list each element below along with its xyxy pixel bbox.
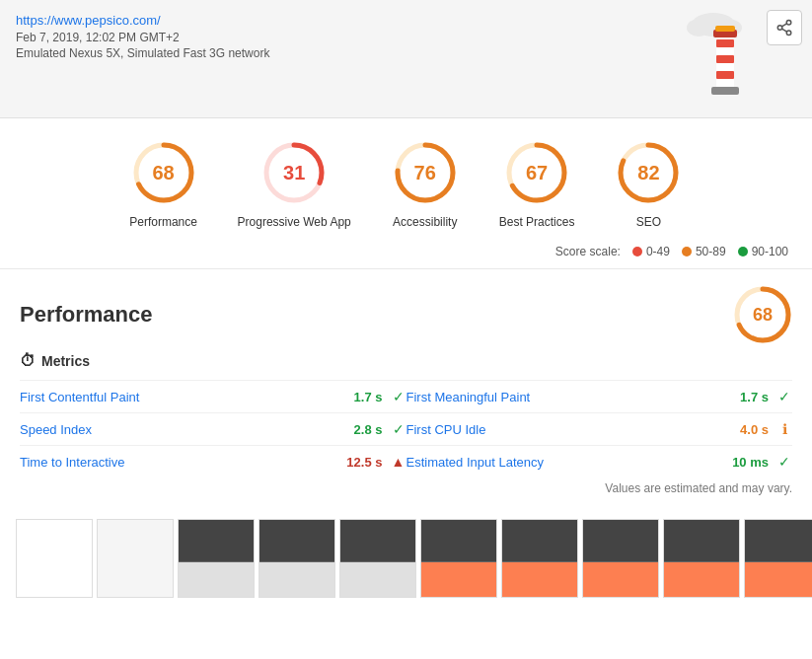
svg-rect-4: [716, 39, 734, 47]
thumbnail[interactable]: [258, 519, 335, 598]
metric-value: 10 ms: [732, 455, 769, 470]
green-dot: [738, 247, 748, 256]
svg-rect-9: [711, 87, 739, 95]
score-item-performance[interactable]: 68 Performance: [129, 138, 198, 229]
scores-row: 68 Performance 31 Progressive Web App 76…: [16, 138, 796, 229]
thumbnail[interactable]: [420, 519, 497, 598]
values-note: Values are estimated and may vary.: [20, 481, 792, 495]
scale-orange: 50-89: [682, 245, 726, 258]
score-item-seo[interactable]: 82 SEO: [614, 138, 683, 229]
thumbnail[interactable]: [16, 519, 93, 598]
score-number-accessibility: 76: [414, 162, 436, 184]
metric-name[interactable]: Time to Interactive: [20, 455, 338, 470]
score-label-performance: Performance: [129, 215, 197, 229]
svg-rect-8: [715, 26, 735, 32]
metrics-header: ⏱ Metrics: [20, 352, 792, 370]
score-circle-seo: 82: [614, 138, 683, 207]
metric-value: 4.0 s: [740, 422, 769, 437]
metric-row: First Contentful Paint 1.7 s ✓ First Mea…: [20, 380, 792, 412]
metric-col-4: Time to Interactive 12.5 s ▲: [20, 454, 406, 470]
scale-red-range: 0-49: [646, 245, 670, 258]
site-url[interactable]: https://www.pepsico.com/: [16, 13, 161, 28]
metric-value: 1.7 s: [354, 390, 383, 404]
score-label-best-practices: Best Practices: [499, 215, 575, 229]
metric-col-2: Speed Index 2.8 s ✓: [20, 421, 406, 437]
share-button[interactable]: [767, 10, 802, 45]
metric-col-3: First CPU Idle 4.0 s ℹ: [406, 421, 793, 437]
performance-header: Performance 68: [20, 285, 792, 344]
svg-point-12: [786, 31, 791, 36]
svg-rect-5: [716, 55, 734, 63]
score-label-accessibility: Accessibility: [393, 215, 457, 229]
svg-point-1: [687, 19, 710, 37]
metric-col-5: Estimated Input Latency 10 ms ✓: [406, 454, 793, 470]
metric-icon: ✓: [776, 454, 792, 470]
svg-rect-6: [716, 71, 734, 79]
thumbnail[interactable]: [501, 519, 578, 598]
score-label-seo: SEO: [636, 215, 661, 229]
scale-orange-range: 50-89: [696, 245, 726, 258]
svg-line-13: [781, 29, 786, 32]
metric-name[interactable]: First Meaningful Paint: [406, 390, 733, 404]
score-number-performance: 68: [152, 162, 174, 184]
stopwatch-icon: ⏱: [20, 352, 36, 370]
score-item-pwa[interactable]: 31 Progressive Web App: [238, 138, 351, 229]
score-circle-pwa: 31: [259, 138, 329, 207]
metric-row: Time to Interactive 12.5 s ▲ Estimated I…: [20, 445, 792, 477]
metric-value: 1.7 s: [740, 390, 769, 404]
metrics-table: First Contentful Paint 1.7 s ✓ First Mea…: [20, 380, 792, 477]
metric-name[interactable]: Speed Index: [20, 422, 346, 437]
metric-value: 2.8 s: [354, 422, 383, 437]
metrics-label: Metrics: [41, 353, 90, 369]
svg-point-10: [786, 21, 791, 26]
score-number-pwa: 31: [283, 162, 305, 184]
scores-section: 68 Performance 31 Progressive Web App 76…: [0, 118, 812, 269]
device-info: Emulated Nexus 5X, Simulated Fast 3G net…: [16, 46, 796, 60]
lighthouse-illustration: [684, 10, 763, 109]
thumbnail[interactable]: [582, 519, 659, 598]
thumbnail[interactable]: [178, 519, 255, 598]
metric-icon: ℹ: [776, 421, 792, 437]
metric-icon: ✓: [391, 421, 406, 437]
svg-point-11: [777, 26, 782, 31]
thumbnails-row: [0, 511, 812, 606]
thumbnail[interactable]: [97, 519, 174, 598]
score-item-accessibility[interactable]: 76 Accessibility: [391, 138, 460, 229]
red-dot: [632, 247, 642, 256]
score-circle-accessibility: 76: [391, 138, 460, 207]
score-circle-performance: 68: [129, 138, 198, 207]
perf-score-number: 68: [753, 305, 773, 326]
metric-icon: ✓: [391, 389, 406, 404]
metric-icon: ✓: [776, 389, 792, 404]
score-scale-label: Score scale:: [555, 245, 621, 258]
performance-section: Performance 68 ⏱ Metrics First Contentfu…: [0, 269, 812, 511]
orange-dot: [682, 247, 692, 256]
score-item-best-practices[interactable]: 67 Best Practices: [499, 138, 575, 229]
thumbnail[interactable]: [663, 519, 740, 598]
metric-icon: ▲: [391, 454, 406, 470]
thumbnail[interactable]: [744, 519, 812, 598]
metric-col-1: First Meaningful Paint 1.7 s ✓: [406, 389, 793, 404]
score-circle-best-practices: 67: [502, 138, 571, 207]
perf-score-circle: 68: [733, 285, 792, 344]
metric-value: 12.5 s: [346, 455, 382, 470]
metric-row: Speed Index 2.8 s ✓ First CPU Idle 4.0 s…: [20, 412, 792, 445]
header-section: https://www.pepsico.com/ Feb 7, 2019, 12…: [0, 0, 812, 118]
thumbnail[interactable]: [339, 519, 416, 598]
score-number-seo: 82: [637, 162, 659, 184]
metric-name[interactable]: First CPU Idle: [406, 422, 733, 437]
performance-title: Performance: [20, 302, 153, 328]
score-scale: Score scale: 0-49 50-89 90-100: [16, 245, 796, 258]
score-number-best-practices: 67: [526, 162, 548, 184]
scale-red: 0-49: [632, 245, 670, 258]
metric-name[interactable]: Estimated Input Latency: [406, 455, 725, 470]
metric-name[interactable]: First Contentful Paint: [20, 390, 346, 404]
svg-line-14: [781, 24, 786, 27]
metric-col-0: First Contentful Paint 1.7 s ✓: [20, 389, 406, 404]
audit-date: Feb 7, 2019, 12:02 PM GMT+2: [16, 31, 796, 44]
scale-green-range: 90-100: [752, 245, 788, 258]
scale-green: 90-100: [738, 245, 788, 258]
score-label-pwa: Progressive Web App: [238, 215, 351, 229]
